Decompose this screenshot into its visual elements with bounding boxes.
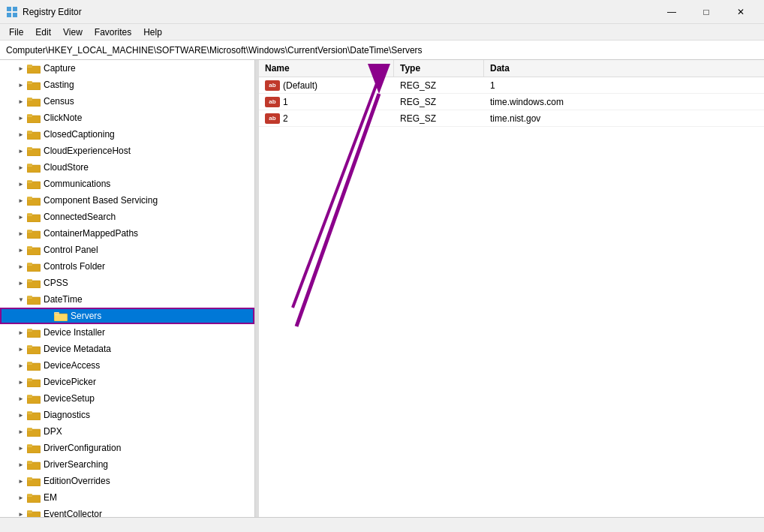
tree-label-driversearching: DriverSearching	[44, 459, 108, 470]
tree-item-componentbasedservicing[interactable]: ► Component Based Servicing	[0, 192, 254, 209]
expand-arrow-diagnostics[interactable]: ►	[15, 409, 27, 421]
tree-item-capture[interactable]: ► Capture	[0, 60, 254, 77]
tree-item-deviceinstaller[interactable]: ► Device Installer	[0, 324, 254, 341]
expand-arrow-capture[interactable]: ►	[15, 62, 27, 74]
tree-item-devicesetup[interactable]: ► DeviceSetup	[0, 390, 254, 407]
folder-icon-census	[27, 96, 41, 107]
expand-arrow-em[interactable]: ►	[15, 491, 27, 503]
tree-item-casting[interactable]: ► Casting	[0, 77, 254, 93]
expand-arrow-deviceaccess[interactable]: ►	[15, 359, 27, 371]
tree-item-cpss[interactable]: ► CPSS	[0, 275, 254, 291]
folder-icon-controlsfolder	[27, 261, 41, 272]
tree-item-deviceaccess[interactable]: ► DeviceAccess	[0, 357, 254, 374]
expand-arrow-devicesetup[interactable]: ►	[15, 392, 27, 404]
expand-arrow-devicemetadata[interactable]: ►	[15, 343, 27, 355]
expand-arrow-datetime[interactable]: ▼	[15, 293, 27, 305]
folder-icon-cpss	[27, 278, 41, 289]
value-name: 1	[283, 97, 288, 107]
expand-arrow-eventcollector[interactable]: ►	[15, 508, 27, 517]
expand-arrow-cloudexperiencehost[interactable]: ►	[15, 145, 27, 157]
menu-file[interactable]: File	[3, 26, 29, 39]
menu-view[interactable]: View	[57, 26, 89, 39]
folder-icon-devicepicker	[27, 377, 41, 388]
tree-item-devicepicker[interactable]: ► DevicePicker	[0, 374, 254, 390]
folder-icon-driverconfiguration	[27, 443, 41, 454]
tree-item-census[interactable]: ► Census	[0, 93, 254, 110]
close-button[interactable]: ✕	[723, 0, 758, 24]
menubar: File Edit View Favorites Help	[0, 24, 764, 41]
expand-arrow-servers[interactable]	[42, 310, 54, 322]
tree-label-controlsfolder: Controls Folder	[44, 261, 105, 272]
expand-arrow-editionoverrides[interactable]: ►	[15, 475, 27, 487]
tree-panel[interactable]: ► Capture► Casting► Census► ClickNote► C…	[0, 60, 255, 517]
tree-item-clicknote[interactable]: ► ClickNote	[0, 110, 254, 126]
tree-item-driversearching[interactable]: ► DriverSearching	[0, 456, 254, 473]
expand-arrow-controlsfolder[interactable]: ►	[15, 260, 27, 272]
tree-label-devicesetup: DeviceSetup	[44, 393, 95, 404]
folder-icon-communications	[27, 179, 41, 190]
svg-rect-2	[7, 13, 11, 17]
tree-item-servers[interactable]: Servers	[0, 308, 254, 324]
tree-label-clicknote: ClickNote	[44, 113, 82, 123]
svg-rect-1	[13, 7, 17, 11]
expand-arrow-closedcaptioning[interactable]: ►	[15, 128, 27, 140]
folder-icon-driversearching	[27, 459, 41, 470]
maximize-button[interactable]: □	[689, 0, 723, 24]
menu-favorites[interactable]: Favorites	[89, 26, 137, 39]
tree-item-dpx[interactable]: ► DPX	[0, 423, 254, 440]
expand-arrow-deviceinstaller[interactable]: ►	[15, 326, 27, 338]
main-area: ► Capture► Casting► Census► ClickNote► C…	[0, 60, 764, 517]
expand-arrow-communications[interactable]: ►	[15, 178, 27, 190]
tree-label-devicepicker: DevicePicker	[44, 377, 96, 387]
tree-label-driverconfiguration: DriverConfiguration	[44, 443, 121, 453]
tree-label-editionoverrides: EditionOverrides	[44, 476, 110, 486]
reg-value-icon: ab	[265, 97, 280, 107]
svg-rect-0	[7, 7, 11, 11]
minimize-button[interactable]: —	[654, 0, 689, 24]
tree-label-devicemetadata: Device Metadata	[44, 344, 111, 354]
tree-item-cloudexperiencehost[interactable]: ► CloudExperienceHost	[0, 143, 254, 159]
tree-item-datetime[interactable]: ▼ DateTime	[0, 291, 254, 308]
tree-item-closedcaptioning[interactable]: ► ClosedCaptioning	[0, 126, 254, 143]
tree-item-controlsfolder[interactable]: ► Controls Folder	[0, 258, 254, 275]
cell-name: ab1	[259, 95, 394, 109]
expand-arrow-driversearching[interactable]: ►	[15, 458, 27, 470]
expand-arrow-casting[interactable]: ►	[15, 79, 27, 91]
tree-item-containermappedpaths[interactable]: ► ContainerMappedPaths	[0, 225, 254, 242]
tree-item-devicemetadata[interactable]: ► Device Metadata	[0, 341, 254, 357]
folder-icon-casting	[27, 80, 41, 91]
tree-item-em[interactable]: ► EM	[0, 489, 254, 506]
tree-item-controlpanel[interactable]: ► Control Panel	[0, 242, 254, 258]
expand-arrow-connectedsearch[interactable]: ►	[15, 211, 27, 223]
tree-item-diagnostics[interactable]: ► Diagnostics	[0, 407, 254, 423]
table-row[interactable]: ab(Default)REG_SZ1	[259, 77, 764, 94]
expand-arrow-cpss[interactable]: ►	[15, 277, 27, 289]
expand-arrow-driverconfiguration[interactable]: ►	[15, 442, 27, 454]
expand-arrow-dpx[interactable]: ►	[15, 425, 27, 437]
cell-data: time.nist.gov	[484, 112, 764, 125]
table-row[interactable]: ab2REG_SZtime.nist.gov	[259, 110, 764, 127]
expand-arrow-controlpanel[interactable]: ►	[15, 244, 27, 256]
cell-type: REG_SZ	[394, 112, 484, 125]
tree-item-eventcollector[interactable]: ► EventCollector	[0, 506, 254, 517]
expand-arrow-componentbasedservicing[interactable]: ►	[15, 194, 27, 206]
tree-item-driverconfiguration[interactable]: ► DriverConfiguration	[0, 440, 254, 456]
menu-help[interactable]: Help	[137, 26, 168, 39]
folder-icon-devicesetup	[27, 393, 41, 404]
tree-item-connectedsearch[interactable]: ► ConnectedSearch	[0, 209, 254, 225]
table-row[interactable]: ab1REG_SZtime.windows.com	[259, 94, 764, 110]
tree-item-cloudstore[interactable]: ► CloudStore	[0, 159, 254, 176]
expand-arrow-devicepicker[interactable]: ►	[15, 376, 27, 388]
addressbar[interactable]: Computer\HKEY_LOCAL_MACHINE\SOFTWARE\Mic…	[0, 41, 764, 60]
menu-edit[interactable]: Edit	[29, 26, 57, 39]
folder-icon-connectedsearch	[27, 212, 41, 223]
folder-icon-deviceaccess	[27, 360, 41, 371]
tree-item-communications[interactable]: ► Communications	[0, 176, 254, 192]
tree-item-editionoverrides[interactable]: ► EditionOverrides	[0, 473, 254, 489]
expand-arrow-cloudstore[interactable]: ►	[15, 161, 27, 173]
expand-arrow-containermappedpaths[interactable]: ►	[15, 227, 27, 239]
detail-panel[interactable]: Name Type Data ab(Default)REG_SZ1ab1REG_…	[259, 60, 764, 517]
expand-arrow-clicknote[interactable]: ►	[15, 112, 27, 124]
expand-arrow-census[interactable]: ►	[15, 95, 27, 107]
address-path: Computer\HKEY_LOCAL_MACHINE\SOFTWARE\Mic…	[6, 45, 423, 56]
